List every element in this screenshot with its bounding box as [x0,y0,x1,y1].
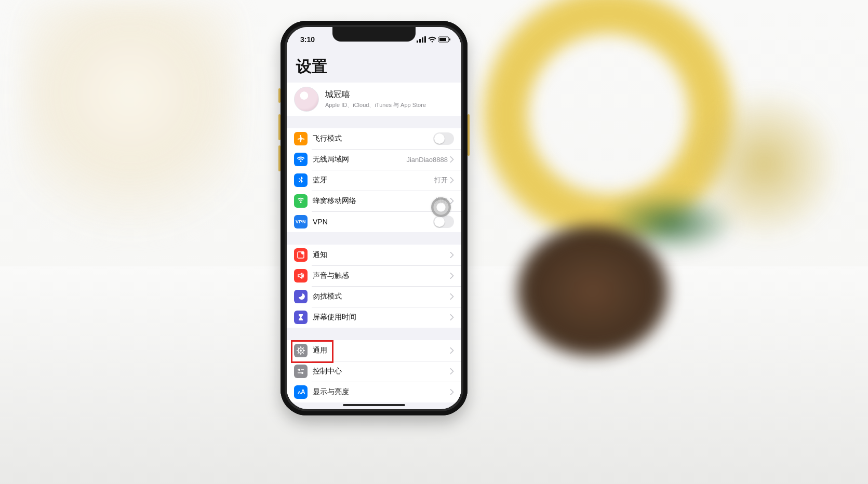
settings-header: 设置 [287,48,461,83]
svg-rect-1 [419,39,421,43]
chevron-right-icon [450,389,454,395]
wifi-row-icon [294,153,308,166]
apple-id-group: 城冠嘻 Apple ID、iCloud、iTunes 与 App Store [287,83,461,116]
status-time: 3:10 [300,35,315,44]
chevron-right-icon [450,177,454,183]
svg-rect-0 [417,41,418,43]
sliders-icon [294,365,308,378]
chevron-right-icon [450,293,454,300]
sounds-row[interactable]: 声音与触感 [287,265,461,286]
svg-point-11 [298,369,300,371]
home-indicator[interactable] [343,404,405,406]
battery-icon [438,36,451,43]
chevron-right-icon [450,347,454,354]
bluetooth-label: 蓝牙 [313,176,434,185]
display-label: 显示与亮度 [313,387,450,397]
dnd-label: 勿扰模式 [313,292,450,301]
notifications-label: 通知 [313,250,450,260]
general-row[interactable]: 通用 [287,340,461,361]
hourglass-icon [294,311,308,324]
display-row[interactable]: AA 显示与亮度 [287,382,461,402]
wifi-label: 无线局域网 [313,155,406,164]
chevron-right-icon [450,314,454,320]
bluetooth-icon [294,173,308,187]
assistive-touch-button[interactable] [431,197,451,217]
svg-point-8 [301,251,304,254]
svg-text:A: A [301,388,305,396]
bluetooth-row[interactable]: 蓝牙 打开 [287,170,461,191]
dnd-row[interactable]: 勿扰模式 [287,286,461,307]
cellular-label: 蜂窝移动网络 [313,196,434,206]
screentime-row[interactable]: 屏幕使用时间 [287,307,461,328]
notifications-row[interactable]: 通知 [287,245,461,265]
moon-icon [294,290,308,303]
svg-rect-3 [424,36,426,43]
chevron-right-icon [450,273,454,279]
network-group: 飞行模式 无线局域网 JianDiao8888 蓝牙 打开 [287,128,461,232]
bluetooth-value: 打开 [434,176,448,185]
sounds-icon [294,269,308,283]
avatar [294,87,319,112]
svg-point-10 [300,349,302,352]
apple-id-subtitle: Apple ID、iCloud、iTunes 与 App Store [325,101,454,109]
status-right [417,36,451,43]
cellular-icon [294,194,308,208]
text-size-icon: AA [294,385,308,399]
phone-frame: 3:10 设置 城冠嘻 [281,21,468,415]
airplane-label: 飞行模式 [313,134,433,143]
chevron-right-icon [450,368,454,374]
airplane-mode-row[interactable]: 飞行模式 [287,128,461,149]
svg-point-12 [301,372,303,374]
notifications-icon [294,248,308,262]
system-group: 通用 控制中心 AA 显示与亮度 [287,340,461,402]
control-center-row[interactable]: 控制中心 [287,361,461,382]
cellular-signal-icon [417,36,426,43]
control-center-label: 控制中心 [313,367,450,376]
sounds-label: 声音与触感 [313,271,450,280]
gear-icon [294,344,308,357]
settings-list[interactable]: 城冠嘻 Apple ID、iCloud、iTunes 与 App Store 飞… [287,83,461,402]
apple-id-name: 城冠嘻 [325,89,454,100]
svg-rect-5 [439,38,446,41]
chevron-right-icon [450,252,454,258]
wifi-value: JianDiao8888 [406,156,448,164]
wifi-row[interactable]: 无线局域网 JianDiao8888 [287,149,461,170]
svg-rect-2 [422,37,423,43]
vpn-icon: VPN [294,215,308,228]
svg-rect-6 [449,38,450,41]
airplane-toggle[interactable] [433,132,454,145]
screentime-label: 屏幕使用时间 [313,313,450,322]
airplane-icon [294,132,308,145]
general-label: 通用 [313,346,450,355]
apple-id-row[interactable]: 城冠嘻 Apple ID、iCloud、iTunes 与 App Store [287,83,461,116]
vpn-label: VPN [313,218,433,226]
vpn-toggle[interactable] [433,216,454,228]
phone-screen: 3:10 设置 城冠嘻 [287,27,461,409]
attention-group: 通知 声音与触感 勿扰模式 [287,245,461,328]
chevron-right-icon [450,156,454,163]
wifi-icon [428,36,436,43]
chevron-right-icon [450,198,454,204]
notch [332,27,416,42]
page-title: 设置 [296,56,452,77]
